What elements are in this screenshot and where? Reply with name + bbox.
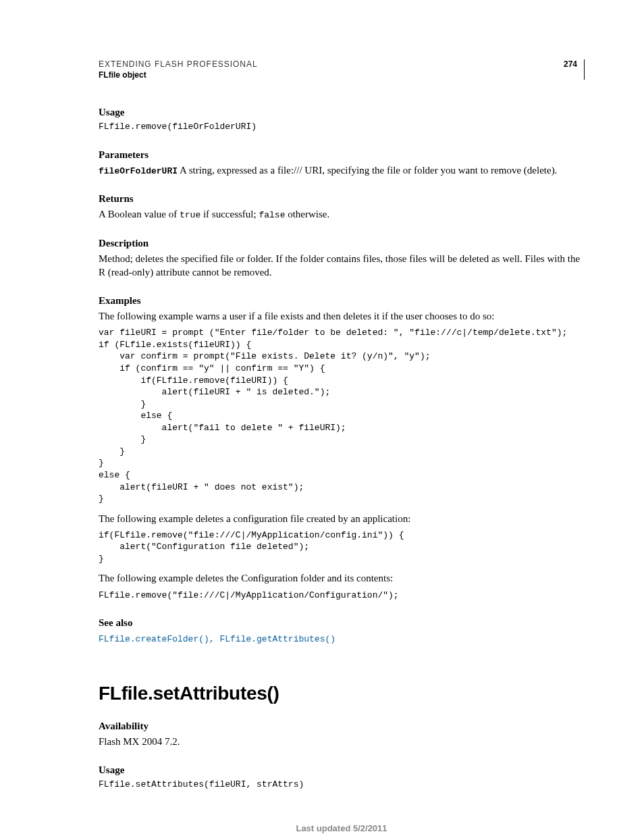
returns-b: if successful; — [200, 209, 259, 219]
book-title: EXTENDING FLASH PROFESSIONAL — [99, 59, 258, 69]
chapter-title: FLfile object — [99, 70, 258, 80]
examples-intro2: The following example deletes a configur… — [99, 512, 585, 525]
param-desc: A string, expressed as a file:/// URI, s… — [178, 165, 557, 176]
method-title: FLfile.setAttributes() — [99, 683, 585, 704]
header-left: EXTENDING FLASH PROFESSIONAL FLfile obje… — [99, 59, 258, 80]
code-usage: FLfile.remove(fileOrFolderURI) — [99, 121, 585, 133]
seealso-link-createfolder[interactable]: FLfile.createFolder() — [99, 634, 209, 644]
examples-code3: FLfile.remove("file:///C|/MyApplication/… — [99, 590, 585, 602]
examples-code2: if(FLfile.remove("file:///C|/MyApplicati… — [99, 529, 585, 565]
parameters-text: fileOrFolderURI A string, expressed as a… — [99, 163, 585, 178]
examples-intro3: The following example deletes the Config… — [99, 571, 585, 585]
heading-seealso: See also — [99, 617, 585, 629]
heading-returns: Returns — [99, 193, 585, 205]
seealso-link-getattributes[interactable]: FLfile.getAttributes() — [219, 634, 336, 644]
seealso-links: FLfile.createFolder(), FLfile.getAttribu… — [99, 631, 585, 646]
examples-intro1: The following example warns a user if a … — [99, 309, 585, 323]
availability-text: Flash MX 2004 7.2. — [99, 735, 585, 748]
page-content: EXTENDING FLASH PROFESSIONAL FLfile obje… — [0, 0, 644, 834]
description-text: Method; deletes the specified file or fo… — [99, 252, 585, 280]
examples-code1: var fileURI = prompt ("Enter file/folder… — [99, 327, 585, 504]
heading-usage: Usage — [99, 107, 585, 118]
heading-description: Description — [99, 238, 585, 249]
heading-availability: Availability — [99, 721, 585, 732]
returns-a: A Boolean value of — [99, 209, 180, 219]
heading-usage2: Usage — [99, 764, 585, 776]
returns-c: otherwise. — [285, 209, 329, 219]
returns-true: true — [180, 210, 200, 220]
param-name: fileOrFolderURI — [99, 166, 178, 176]
heading-parameters: Parameters — [99, 149, 585, 161]
footer-last-updated: Last updated 5/2/2011 — [99, 823, 585, 833]
returns-false: false — [259, 210, 285, 220]
page-number: 274 — [564, 59, 577, 69]
code-usage2: FLfile.setAttributes(fileURI, strAttrs) — [99, 779, 585, 791]
page-header: EXTENDING FLASH PROFESSIONAL FLfile obje… — [99, 59, 585, 80]
seealso-sep: , — [209, 634, 220, 644]
returns-text: A Boolean value of true if successful; f… — [99, 207, 585, 221]
heading-examples: Examples — [99, 295, 585, 307]
